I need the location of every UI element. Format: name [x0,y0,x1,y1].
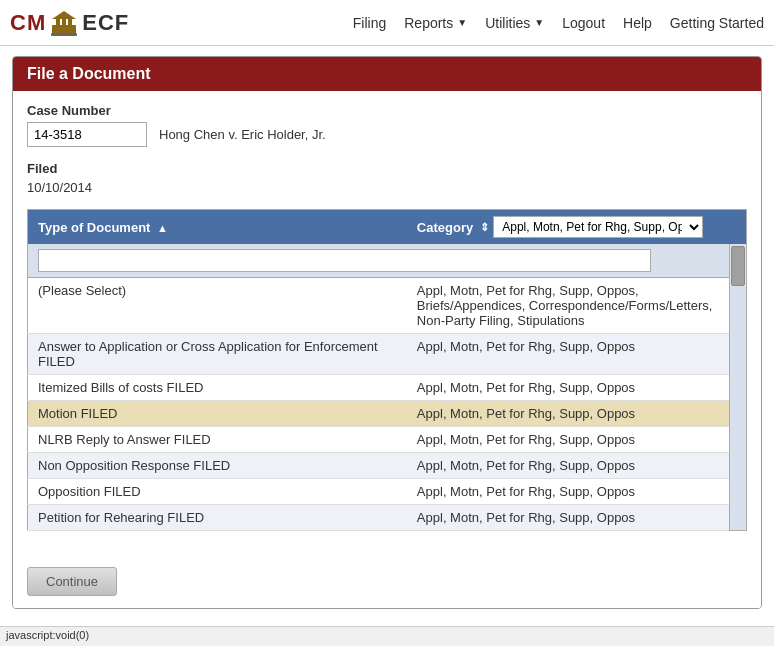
nav-reports-dropdown[interactable]: Reports ▼ [404,15,467,31]
file-document-panel: File a Document Case Number Hong Chen v.… [12,56,762,609]
utilities-arrow-icon: ▼ [534,17,544,28]
row-type-cell: NLRB Reply to Answer FILED [28,427,407,453]
row-category-cell: Appl, Motn, Pet for Rhg, Supp, Oppos [407,375,730,401]
filed-label: Filed [27,161,747,176]
table-row[interactable]: Opposition FILED Appl, Motn, Pet for Rhg… [28,479,747,505]
table-row[interactable]: Non Opposition Response FILED Appl, Motn… [28,453,747,479]
case-number-row: Hong Chen v. Eric Holder, Jr. [27,122,747,147]
continue-button[interactable]: Continue [27,567,117,596]
filed-date: 10/10/2014 [27,180,747,195]
row-type-cell: Opposition FILED [28,479,407,505]
col-type-header[interactable]: Type of Document ▲ [28,210,407,245]
nav-links: Filing Reports ▼ Utilities ▼ Logout Help… [353,15,764,31]
table-row[interactable]: Petition for Rehearing FILED Appl, Motn,… [28,505,747,531]
logo-icon [50,9,78,37]
row-type-cell: Itemized Bills of costs FILED [28,375,407,401]
row-type-cell: (Please Select) [28,278,407,334]
row-category-cell: Appl, Motn, Pet for Rhg, Supp, Oppos [407,401,730,427]
row-type-cell: Motion FILED [28,401,407,427]
status-bar: javascript:void(0) [0,626,774,646]
row-type-cell: Petition for Rehearing FILED [28,505,407,531]
type-sort-icon: ▲ [157,222,168,234]
scroll-thumb[interactable] [731,246,745,286]
document-table: Type of Document ▲ Category ⇕ Appl, Motn… [27,209,747,531]
row-category-cell: Appl, Motn, Pet for Rhg, Supp, Oppos [407,453,730,479]
table-row[interactable]: (Please Select) Appl, Motn, Pet for Rhg,… [28,278,747,334]
row-category-cell: Appl, Motn, Pet for Rhg, Supp, Oppos [407,505,730,531]
case-name: Hong Chen v. Eric Holder, Jr. [159,127,326,142]
panel-body: Case Number Hong Chen v. Eric Holder, Jr… [13,91,761,608]
row-type-cell: Non Opposition Response FILED [28,453,407,479]
table-row[interactable]: NLRB Reply to Answer FILED Appl, Motn, P… [28,427,747,453]
row-category-cell: Appl, Motn, Pet for Rhg, Supp, Oppos [407,427,730,453]
status-text: javascript:void(0) [6,629,89,641]
scroll-column [730,244,747,531]
type-filter-input[interactable] [38,249,651,272]
app-logo: CM ECF [10,9,129,37]
svg-rect-3 [68,19,72,27]
table-row[interactable]: Motion FILED Appl, Motn, Pet for Rhg, Su… [28,401,747,427]
reports-arrow-icon: ▼ [457,17,467,28]
case-number-label: Case Number [27,103,747,118]
filter-row [28,244,747,278]
category-select[interactable]: Appl, Motn, Pet for Rhg, Supp, Oppos [493,216,703,238]
row-type-cell: Answer to Application or Cross Applicati… [28,334,407,375]
table-row[interactable]: Itemized Bills of costs FILED Appl, Motn… [28,375,747,401]
case-number-input[interactable] [27,122,147,147]
nav-help[interactable]: Help [623,15,652,31]
category-sort-icon: ⇕ [480,221,489,234]
row-category-cell: Appl, Motn, Pet for Rhg, Supp, Oppos,Bri… [407,278,730,334]
nav-getting-started[interactable]: Getting Started [670,15,764,31]
logo-ecf: ECF [82,10,129,36]
row-category-cell: Appl, Motn, Pet for Rhg, Supp, Oppos [407,334,730,375]
nav-filing[interactable]: Filing [353,15,386,31]
svg-rect-1 [56,19,60,27]
main-content: File a Document Case Number Hong Chen v.… [0,46,774,619]
table-row[interactable]: Answer to Application or Cross Applicati… [28,334,747,375]
filed-section: Filed 10/10/2014 [27,161,747,195]
nav-logout[interactable]: Logout [562,15,605,31]
category-filter-wrap: Category ⇕ Appl, Motn, Pet for Rhg, Supp… [417,216,720,238]
col-category-header: Category ⇕ Appl, Motn, Pet for Rhg, Supp… [407,210,730,245]
top-navigation: CM ECF Filing Reports ▼ Utilities ▼ Logo… [0,0,774,46]
svg-rect-2 [62,19,66,27]
nav-utilities-dropdown[interactable]: Utilities ▼ [485,15,544,31]
scroll-track [730,246,746,286]
logo-cm: CM [10,10,46,36]
svg-rect-5 [51,33,77,36]
panel-header: File a Document [13,57,761,91]
row-category-cell: Appl, Motn, Pet for Rhg, Supp, Oppos [407,479,730,505]
svg-marker-4 [52,11,76,19]
